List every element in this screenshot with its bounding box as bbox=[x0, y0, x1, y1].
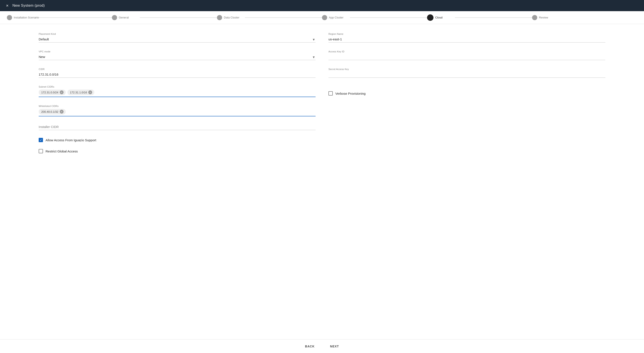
subnet-tag-2-remove[interactable]: × bbox=[88, 90, 92, 94]
whitelisted-cidrs-label: Whitelisted CIDRs bbox=[39, 105, 316, 107]
allow-access-checkbox[interactable] bbox=[39, 138, 43, 142]
placement-kind-select[interactable]: Default Custom bbox=[39, 36, 316, 42]
installer-cidr-right-placeholder bbox=[328, 124, 605, 130]
subnet-cidrs-label: Subnet CIDRs bbox=[39, 85, 316, 88]
row-installer-cidr bbox=[39, 124, 605, 130]
step-circle-general bbox=[112, 15, 117, 20]
subnet-tag-2-value: 172.31.1.0/16 bbox=[70, 91, 87, 94]
step-circle-app-cluster bbox=[322, 15, 327, 20]
step-data-cluster[interactable]: Data Cluster bbox=[217, 15, 322, 20]
cidr-group: CIDR bbox=[39, 68, 316, 78]
row-subnet-verbose: Subnet CIDRs 172.31.0.0/24 × 172.31.1.0/… bbox=[39, 85, 605, 97]
step-label-cloud: Cloud bbox=[435, 16, 442, 19]
subnet-tag-1-value: 172.31.0.0/24 bbox=[41, 91, 58, 94]
region-name-label: Region Name bbox=[328, 33, 605, 35]
footer: BACK NEXT bbox=[0, 339, 644, 353]
step-circle-review bbox=[532, 15, 537, 20]
allow-access-row: Allow Access From Iguazio Support bbox=[39, 138, 605, 142]
row-whitelisted: Whitelisted CIDRs 200.40.0.1/32 × bbox=[39, 105, 605, 116]
close-button[interactable]: × bbox=[6, 3, 8, 8]
vpc-mode-select[interactable]: New Existing bbox=[39, 54, 316, 60]
back-button[interactable]: BACK bbox=[302, 343, 318, 350]
secret-access-key-group: Secret Access Key bbox=[328, 68, 605, 78]
cidr-input[interactable] bbox=[39, 72, 316, 78]
whitelisted-right-placeholder bbox=[328, 105, 605, 116]
row-vpc-accesskey: VPC mode New Existing ▾ Access Key ID bbox=[39, 50, 605, 60]
step-label-installation-scenario: Installation Scenario bbox=[14, 16, 39, 19]
installer-cidr-input[interactable] bbox=[39, 124, 316, 130]
region-name-group: Region Name bbox=[328, 33, 605, 42]
subnet-tag-2: 172.31.1.0/16 × bbox=[68, 89, 94, 95]
whitelisted-tag-1: 200.40.0.1/32 × bbox=[39, 109, 66, 114]
step-label-review: Review bbox=[539, 16, 548, 19]
subnet-cidrs-group: Subnet CIDRs 172.31.0.0/24 × 172.31.1.0/… bbox=[39, 85, 316, 97]
step-circle-installation-scenario bbox=[7, 15, 12, 20]
step-circle-data-cluster bbox=[217, 15, 222, 20]
step-circle-cloud bbox=[427, 14, 434, 21]
installer-cidr-group bbox=[39, 124, 316, 130]
main-content: Placement Kind Default Custom ▾ Region N… bbox=[0, 24, 644, 339]
step-installation-scenario[interactable]: Installation Scenario bbox=[7, 15, 112, 20]
restrict-global-row: Restrict Global Access bbox=[39, 149, 605, 153]
row-cidr-secret: CIDR Secret Access Key bbox=[39, 68, 605, 78]
next-button[interactable]: NEXT bbox=[327, 343, 342, 350]
step-general[interactable]: General bbox=[112, 15, 217, 20]
placement-kind-group: Placement Kind Default Custom ▾ bbox=[39, 33, 316, 42]
vpc-mode-select-wrapper: New Existing ▾ bbox=[39, 54, 316, 60]
dialog-title: New System (prod) bbox=[12, 3, 45, 8]
subnet-cidrs-tags[interactable]: 172.31.0.0/24 × 172.31.1.0/16 × bbox=[39, 89, 316, 97]
header: × New System (prod) bbox=[0, 0, 644, 11]
step-label-data-cluster: Data Cluster bbox=[224, 16, 239, 19]
whitelisted-tag-1-value: 200.40.0.1/32 bbox=[41, 110, 58, 113]
verbose-provisioning-group: Verbose Provisioning bbox=[328, 90, 605, 97]
vpc-mode-group: VPC mode New Existing ▾ bbox=[39, 50, 316, 60]
step-cloud[interactable]: Cloud bbox=[427, 14, 532, 21]
step-review[interactable]: Review bbox=[532, 15, 637, 20]
vpc-mode-label: VPC mode bbox=[39, 50, 316, 53]
stepper: Installation Scenario General Data Clust… bbox=[0, 11, 644, 24]
step-label-app-cluster: App Cluster bbox=[329, 16, 344, 19]
verbose-provisioning-row: Verbose Provisioning bbox=[328, 91, 605, 95]
placement-kind-select-wrapper: Default Custom ▾ bbox=[39, 36, 316, 42]
restrict-global-label: Restrict Global Access bbox=[46, 149, 78, 153]
verbose-provisioning-checkbox[interactable] bbox=[328, 91, 333, 95]
whitelisted-tag-1-remove[interactable]: × bbox=[60, 110, 64, 114]
cidr-label: CIDR bbox=[39, 68, 316, 70]
step-app-cluster[interactable]: App Cluster bbox=[322, 15, 427, 20]
subnet-tag-1: 172.31.0.0/24 × bbox=[39, 89, 66, 95]
secret-access-key-input[interactable] bbox=[328, 72, 605, 78]
access-key-id-label: Access Key ID bbox=[328, 50, 605, 53]
whitelisted-cidrs-group: Whitelisted CIDRs 200.40.0.1/32 × bbox=[39, 105, 316, 116]
verbose-provisioning-label: Verbose Provisioning bbox=[335, 92, 366, 95]
access-key-id-input[interactable] bbox=[328, 54, 605, 60]
step-label-general: General bbox=[119, 16, 129, 19]
access-key-id-group: Access Key ID bbox=[328, 50, 605, 60]
secret-access-key-label: Secret Access Key bbox=[328, 68, 605, 70]
region-name-input[interactable] bbox=[328, 36, 605, 42]
restrict-global-checkbox[interactable] bbox=[39, 149, 43, 153]
subnet-tag-1-remove[interactable]: × bbox=[60, 90, 64, 94]
whitelisted-cidrs-tags[interactable]: 200.40.0.1/32 × bbox=[39, 109, 316, 116]
row-placement-region: Placement Kind Default Custom ▾ Region N… bbox=[39, 33, 605, 42]
placement-kind-label: Placement Kind bbox=[39, 33, 316, 35]
allow-access-label: Allow Access From Iguazio Support bbox=[46, 138, 96, 142]
